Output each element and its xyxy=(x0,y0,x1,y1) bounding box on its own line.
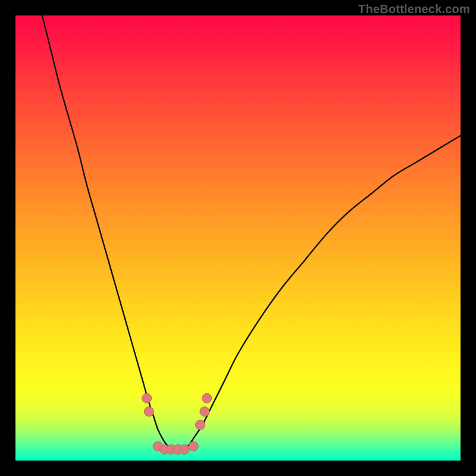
bottleneck-curve xyxy=(42,15,461,450)
min-marker xyxy=(180,444,189,454)
watermark-text: TheBottleneck.com xyxy=(358,2,470,16)
min-marker xyxy=(202,393,212,403)
min-marker xyxy=(195,420,205,430)
min-marker xyxy=(142,393,152,403)
min-marker xyxy=(189,441,198,451)
plot-area xyxy=(15,15,461,461)
min-markers-group xyxy=(142,393,212,454)
chart-svg xyxy=(15,15,461,461)
min-marker xyxy=(144,407,154,416)
min-marker xyxy=(200,407,209,416)
chart-frame: TheBottleneck.com xyxy=(0,0,476,476)
